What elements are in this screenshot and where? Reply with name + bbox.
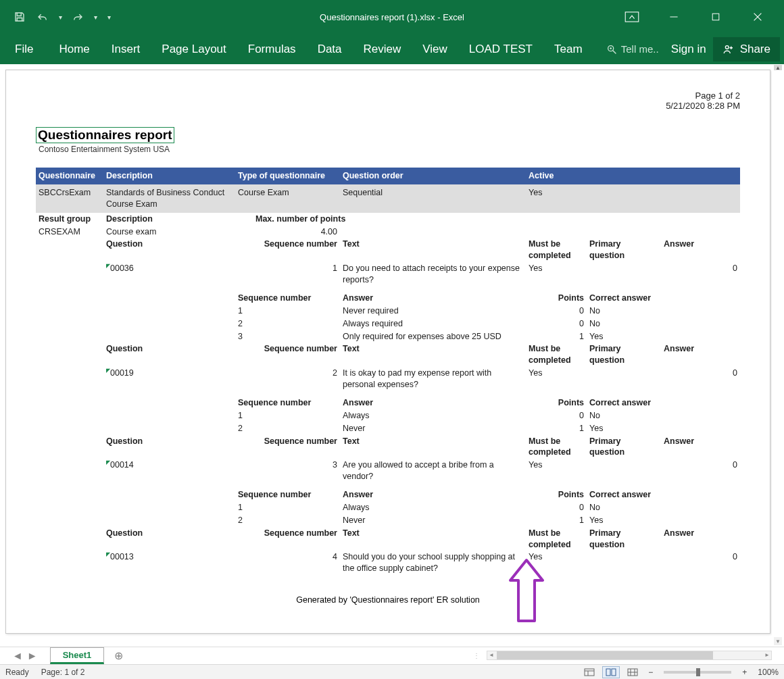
- maximize-button[interactable]: [703, 7, 729, 27]
- page-number: Page 1 of 2: [666, 91, 740, 101]
- title-bar: ▾ ▾ ▾ Questionnaires report (1).xlsx - E…: [0, 0, 784, 34]
- cell: [103, 292, 235, 305]
- undo-button[interactable]: [32, 7, 53, 27]
- scroll-up-icon[interactable]: ▲: [774, 65, 782, 70]
- cell: Question: [103, 343, 235, 367]
- cell-rg-max: 4.00: [235, 226, 340, 238]
- sheet-nav[interactable]: ◄ ►: [0, 650, 50, 662]
- ribbon-display-options-button[interactable]: [619, 7, 645, 27]
- tell-me-search[interactable]: Tell me..: [601, 38, 664, 60]
- zoom-level: 100%: [758, 668, 779, 677]
- cell: [103, 514, 235, 527]
- cell: [36, 409, 103, 422]
- cell: 1: [526, 422, 587, 435]
- cell: Correct answer: [587, 292, 661, 305]
- tab-data[interactable]: Data: [307, 37, 353, 61]
- redo-dropdown-icon[interactable]: ▾: [91, 7, 100, 27]
- tab-review[interactable]: Review: [353, 37, 412, 61]
- cell: Answer: [661, 527, 740, 551]
- cell: 0: [526, 409, 587, 422]
- cell-order: Sequential: [340, 184, 526, 213]
- answer-row: 1Never required0No: [36, 305, 740, 318]
- answer-header: Sequence numberAnswerPointsCorrect answe…: [36, 292, 740, 305]
- horizontal-scrollbar[interactable]: ◄ ►: [487, 651, 772, 660]
- cell: [587, 367, 661, 391]
- cell-type: Course Exam: [235, 184, 340, 213]
- cell: 1: [235, 409, 340, 422]
- cell: 2: [235, 422, 340, 435]
- print-preview-page[interactable]: Page 1 of 2 5/21/2020 8:28 PM Questionna…: [5, 70, 770, 634]
- page-datetime: 5/21/2020 8:28 PM: [666, 101, 740, 111]
- cell: Sequence number: [235, 488, 340, 501]
- tab-insert[interactable]: Insert: [101, 37, 151, 61]
- svg-point-6: [610, 47, 612, 49]
- question-row: ◤000134Should you do your school supply …: [36, 551, 740, 575]
- cell: [36, 397, 103, 409]
- zoom-out-button[interactable]: −: [645, 668, 656, 677]
- tab-home[interactable]: Home: [48, 37, 100, 61]
- cell: 0: [526, 305, 587, 318]
- save-button[interactable]: [9, 7, 30, 27]
- annotation-arrow-icon: [508, 557, 545, 628]
- question-row: ◤000192It is okay to pad my expense repo…: [36, 367, 740, 391]
- question-header: QuestionSequence numberTextMust be compl…: [36, 343, 740, 367]
- cell: 3: [235, 330, 340, 343]
- view-normal-button[interactable]: [581, 666, 598, 678]
- quick-access-toolbar: ▾ ▾ ▾: [0, 7, 115, 27]
- cell: 1: [526, 514, 587, 527]
- cell: Points: [526, 397, 587, 409]
- hscroll-left-icon[interactable]: ◄: [489, 652, 494, 658]
- cell: Sequence number: [235, 397, 340, 409]
- file-tab[interactable]: File: [0, 37, 48, 61]
- cell-rg: CRSEXAM: [36, 226, 103, 238]
- cell: [661, 397, 740, 409]
- cell: [587, 262, 661, 286]
- redo-button[interactable]: [68, 7, 88, 27]
- cell: Answer: [661, 435, 740, 459]
- qat-customize-icon[interactable]: ▾: [103, 7, 115, 27]
- cell: 2: [235, 367, 340, 391]
- sheet-prev-icon[interactable]: ◄: [12, 650, 23, 662]
- tab-load-test[interactable]: LOAD TEST: [458, 37, 543, 61]
- tab-view[interactable]: View: [412, 37, 458, 61]
- cell: [36, 292, 103, 305]
- zoom-in-button[interactable]: +: [739, 668, 750, 677]
- share-button[interactable]: Share: [713, 37, 780, 61]
- tab-page-layout[interactable]: Page Layout: [151, 37, 237, 61]
- cell: Points: [526, 488, 587, 501]
- cell: Text: [340, 343, 526, 367]
- tab-formulas[interactable]: Formulas: [237, 37, 307, 61]
- cell: Always required: [340, 318, 526, 330]
- cell: [103, 409, 235, 422]
- report-subtitle: Contoso Entertainment System USA: [39, 145, 740, 154]
- cell: [36, 527, 103, 551]
- hscroll-thumb[interactable]: [497, 651, 713, 659]
- answer-row: 2Always required0No: [36, 318, 740, 330]
- undo-dropdown-icon[interactable]: ▾: [55, 7, 65, 27]
- scroll-down-icon[interactable]: ▼: [774, 637, 782, 645]
- tab-splitter[interactable]: ⋮: [473, 650, 477, 661]
- add-sheet-button[interactable]: ⊕: [111, 649, 126, 663]
- cell: [661, 330, 740, 343]
- cell: [103, 397, 235, 409]
- minimize-button[interactable]: [661, 7, 687, 27]
- sheet-tab-sheet1[interactable]: Sheet1: [50, 647, 105, 664]
- cell: Yes: [526, 367, 587, 391]
- cell: [36, 459, 103, 483]
- cell: ◤00019: [103, 367, 235, 391]
- close-button[interactable]: [745, 7, 770, 27]
- view-page-layout-button[interactable]: [602, 666, 620, 678]
- cell: Yes: [526, 459, 587, 483]
- sheet-next-icon[interactable]: ►: [27, 650, 38, 662]
- status-ready: Ready: [5, 668, 29, 677]
- tab-team[interactable]: Team: [543, 37, 593, 61]
- vertical-scrollbar[interactable]: ▲ ▼: [772, 64, 784, 647]
- cell: [661, 422, 740, 435]
- result-group-header: Result group Description Max. number of …: [36, 213, 740, 226]
- sign-in-button[interactable]: Sign in: [664, 37, 713, 61]
- hscroll-right-icon[interactable]: ►: [764, 652, 770, 658]
- zoom-slider-thumb[interactable]: [696, 668, 700, 676]
- view-page-break-button[interactable]: [624, 666, 641, 678]
- zoom-slider[interactable]: [664, 671, 731, 674]
- svg-rect-0: [625, 12, 639, 22]
